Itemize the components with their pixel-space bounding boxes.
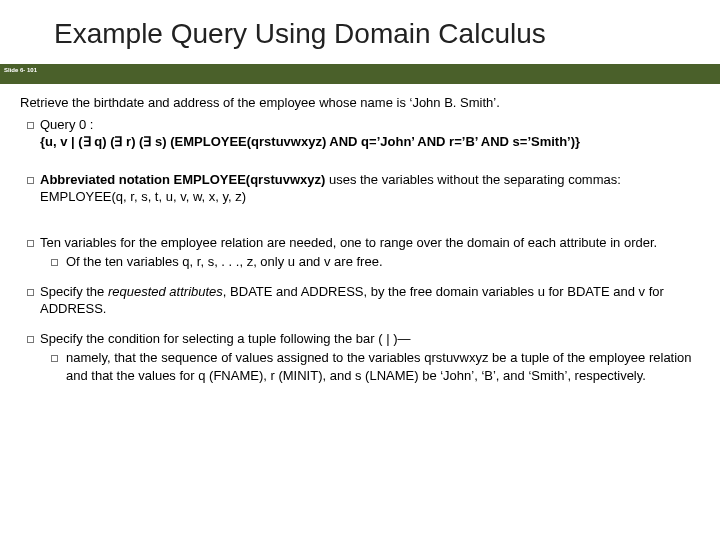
bullet-specify1: Specify the requested attributes, BDATE … <box>20 283 700 318</box>
specify2-text: Specify the condition for selecting a tu… <box>40 331 410 346</box>
intro-text: Retrieve the birthdate and address of th… <box>20 94 700 112</box>
bullet-marker <box>20 283 40 318</box>
bullet-marker <box>20 116 40 151</box>
bullet-abbrev: Abbreviated notation EMPLOYEE(qrstuvwxyz… <box>20 171 700 206</box>
subbullet-text: Of the ten variables q, r, s, . . ., z, … <box>66 253 700 271</box>
bullet-text: Specify the condition for selecting a tu… <box>40 330 700 385</box>
subbullet-tenvars: Of the ten variables q, r, s, . . ., z, … <box>40 253 700 271</box>
query0-label: Query 0 : <box>40 117 93 132</box>
slide-title: Example Query Using Domain Calculus <box>0 0 720 64</box>
bullet-tenvars: Ten variables for the employee relation … <box>20 234 700 271</box>
slide-number-label: Slide 6- 101 <box>4 67 37 74</box>
bullet-marker <box>20 330 40 385</box>
subbullet-marker <box>40 253 66 271</box>
accent-bar: Slide 6- 101 <box>0 64 720 84</box>
bullet-specify2: Specify the condition for selecting a tu… <box>20 330 700 385</box>
bullet-text: Query 0 : {u, v | (∃ q) (∃ r) (∃ s) (EMP… <box>40 116 700 151</box>
bullet-query0: Query 0 : {u, v | (∃ q) (∃ r) (∃ s) (EMP… <box>20 116 700 151</box>
subbullet-marker <box>40 349 66 384</box>
tenvars-text: Ten variables for the employee relation … <box>40 235 657 250</box>
query0-body: {u, v | (∃ q) (∃ r) (∃ s) (EMPLOYEE(qrst… <box>40 134 580 149</box>
bullet-marker <box>20 171 40 206</box>
bullet-text: Specify the requested attributes, BDATE … <box>40 283 700 318</box>
slide: Example Query Using Domain Calculus Slid… <box>0 0 720 540</box>
specify1-b: requested attributes <box>108 284 223 299</box>
bullet-text: Ten variables for the employee relation … <box>40 234 700 271</box>
bullet-text: Abbreviated notation EMPLOYEE(qrstuvwxyz… <box>40 171 700 206</box>
specify1-a: Specify the <box>40 284 108 299</box>
subbullet-specify2: namely, that the sequence of values assi… <box>40 349 700 384</box>
content-area: Retrieve the birthdate and address of th… <box>0 84 720 397</box>
bullet-marker <box>20 234 40 271</box>
subbullet-text: namely, that the sequence of values assi… <box>66 349 700 384</box>
abbrev-prefix: Abbreviated notation EMPLOYEE(qrstuvwxyz… <box>40 172 325 187</box>
